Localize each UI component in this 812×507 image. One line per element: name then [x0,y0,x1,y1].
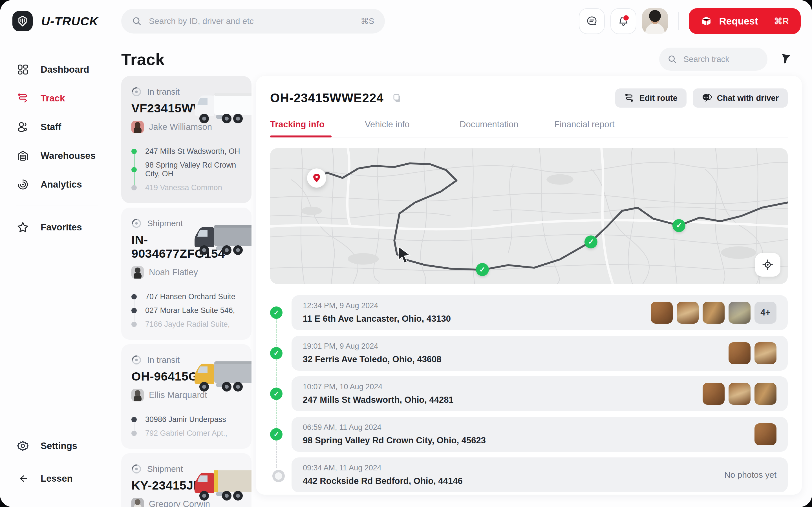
sidebar-collapse-button[interactable]: Lessen [16,464,121,493]
timeline-entry: 06:59 AM, 11 Aug 2024 98 Spring Valley R… [303,423,486,446]
timeline-time: 06:59 AM, 11 Aug 2024 [303,423,486,432]
track-search-input[interactable] [683,54,759,64]
dashboard-icon [16,63,29,76]
stop-address: 027 Morar Lake Suite 546, [145,306,235,315]
status-label: Shipment [147,219,183,228]
track-search[interactable] [659,48,767,71]
shield-icon [17,15,28,27]
chat-bubble-icon [586,15,598,27]
stop-address: 419 Vanessa Common [145,183,222,192]
driver-row: Noah Flatley [132,266,241,279]
copy-icon [393,93,402,103]
sidebar-item-track[interactable]: Track [16,84,121,113]
analytics-icon [16,178,29,191]
route-map[interactable]: ✓ ✓ ✓ [270,148,788,284]
sidebar-item-warehouses[interactable]: Warehouses [16,142,121,170]
more-photos-badge[interactable]: 4+ [755,302,776,324]
shipment-detail-panel: OH-23415WWE224 Edit route [256,76,802,495]
sidebar-item-staff[interactable]: Staff [16,113,121,142]
stop-dot [132,308,137,313]
truck-image [191,90,252,127]
edit-route-button[interactable]: Edit route [615,89,687,108]
status-label: Shipment [147,464,183,474]
sidebar-item-label: Analytics [41,179,82,190]
checkpoint-photo[interactable] [755,383,776,405]
driver-avatar [132,121,144,133]
shipment-card[interactable]: Shipment KY-23415JNF155 Gregory Corwin 2… [121,453,252,507]
app-window: U-TRUCK ⌘S [0,0,812,507]
tab-tracking-info[interactable]: Tracking info [270,119,365,137]
driver-avatar [132,498,144,507]
global-search[interactable]: ⌘S [121,9,385,34]
checkpoint-photo[interactable] [651,302,673,324]
timeline-address: 98 Spring Valley Rd Crown City, Ohio, 45… [303,436,486,446]
request-button[interactable]: Request ⌘R [689,8,801,34]
detail-header: OH-23415WWE224 Edit route [270,89,788,108]
tab-documentation[interactable]: Documentation [460,119,554,137]
sidebar-item-dashboard[interactable]: Dashboard [16,55,121,84]
shipment-card[interactable]: In transit OH-96415GFC145 Ellis Marquard… [121,344,252,449]
sidebar-item-favorites[interactable]: Favorites [16,213,121,242]
checkpoint-photo[interactable] [677,302,699,324]
timeline-pending-icon [272,470,285,482]
global-search-input[interactable] [148,16,354,26]
checkpoint-photo[interactable] [728,383,751,405]
checkpoint-marker: ✓ [585,235,598,248]
page-header: Track [121,42,794,76]
star-icon [16,221,29,234]
topbar-divider [678,12,679,30]
tab-vehicle-info[interactable]: Vehicle info [365,119,460,137]
stop-row: 792 Gabriel Corner Apt., [145,427,241,440]
timeline-time: 19:01 PM, 9 Aug 2024 [303,342,442,351]
truck-image [191,221,252,259]
timeline-row: 10:07 PM, 10 Aug 2024 247 Mills St Wadsw… [292,376,788,411]
sidebar-item-settings[interactable]: Settings [16,432,121,460]
stop-row: 98 Spring Valley Rd Crown City, OH [145,158,241,181]
sidebar-item-label: Warehouses [41,151,96,161]
checkpoint-photo[interactable] [755,424,776,445]
timeline-address: 11 E 6th Ave Lancaster, Ohio, 43130 [303,314,451,324]
timeline-time: 09:34 AM, 11 Aug 2024 [303,464,463,472]
stops-list: 30986 Jamir Underpass792 Gabriel Corner … [132,413,241,440]
stop-row: 7186 Jayde Radial Suite, [145,318,241,331]
checkpoint-photo[interactable] [728,302,751,324]
status-label: In transit [147,355,180,365]
chat-with-driver-button[interactable]: Chat with driver [693,89,788,108]
sidebar-item-analytics[interactable]: Analytics [16,170,121,199]
filter-button[interactable] [777,51,794,68]
mouse-cursor [398,246,414,265]
gear-icon [16,439,29,452]
copy-id-button[interactable] [391,92,403,104]
sidebar-spacer [16,242,121,432]
user-avatar[interactable] [642,8,668,34]
checkpoint-photo[interactable] [728,342,751,364]
checkpoint-photo[interactable] [703,383,725,405]
tab-financial-report[interactable]: Financial report [554,119,649,137]
topbar: U-TRUCK ⌘S [0,0,812,42]
search-shortcut: ⌘S [361,16,374,26]
stop-dot [132,322,137,327]
request-label: Request [719,15,758,27]
checkpoint-photo[interactable] [755,342,776,364]
chat-with-driver-label: Chat with driver [717,94,779,103]
timeline-entry: 19:01 PM, 9 Aug 2024 32 Ferris Ave Toled… [303,342,442,364]
stop-address: 792 Gabriel Corner Apt., [145,429,227,438]
timeline-check-icon: ✓ [270,388,283,400]
warehouse-icon [16,149,29,162]
shipment-card[interactable]: In transit VF23415WWE224 Jake Williamson… [121,76,252,203]
messages-button[interactable] [579,8,605,34]
stop-address: 707 Hansen Orchard Suite [145,292,236,301]
checkpoint-photo[interactable] [703,302,725,324]
stop-dot [132,417,137,422]
tracking-timeline: ✓ ✓ ✓ ✓ 12:34 PM, 9 Aug 2024 11 E 6th Av… [270,295,788,492]
status-progress-icon [132,464,142,474]
locate-button[interactable] [755,253,780,277]
logo [12,11,33,31]
detail-tabs: Tracking info Vehicle info Documentation… [270,119,788,137]
checkpoint-marker: ✓ [672,219,686,232]
sidebar-item-label: Staff [41,122,61,132]
shipment-card[interactable]: Shipment IN-9034677ZFG154 Noah Flatley 7… [121,208,252,340]
request-shortcut: ⌘R [774,16,789,26]
stop-dot [132,149,137,154]
notifications-button[interactable] [610,8,637,34]
